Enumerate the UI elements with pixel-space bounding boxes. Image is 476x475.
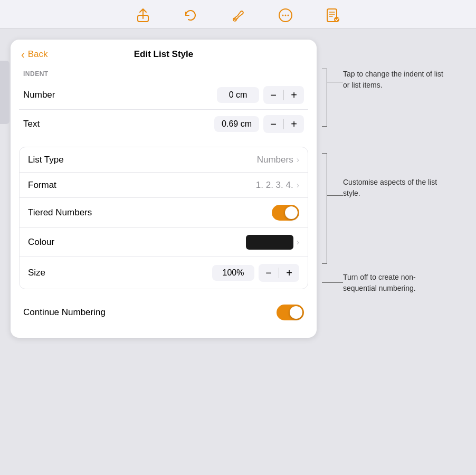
- indent-rows: Number 0 cm − + Text 0.69 cm: [11, 81, 317, 138]
- customise-annotation-text: Customise aspects of the list style.: [343, 178, 437, 197]
- customise-bracket: [322, 153, 327, 264]
- number-decrement-button[interactable]: −: [263, 86, 283, 104]
- continue-numbering-label: Continue Numbering: [23, 307, 106, 318]
- panel-header: ‹ Back Edit List Style: [11, 40, 317, 65]
- toolbar: [0, 0, 476, 29]
- continue-numbering-toggle[interactable]: [277, 305, 304, 320]
- format-value-group: 1. 2. 3. 4. ›: [256, 180, 299, 191]
- number-indent-row: Number 0 cm − +: [19, 81, 308, 110]
- format-value: 1. 2. 3. 4.: [256, 180, 293, 191]
- text-label: Text: [23, 119, 40, 129]
- back-button[interactable]: ‹ Back: [21, 49, 47, 61]
- number-increment-button[interactable]: +: [284, 86, 304, 104]
- number-controls: 0 cm − +: [217, 86, 304, 104]
- colour-row[interactable]: Colour ›: [20, 228, 308, 257]
- tiered-numbers-toggle-thumb: [285, 206, 298, 219]
- list-type-label: List Type: [28, 155, 64, 165]
- continue-annotation-text: Turn off to create non-sequential number…: [343, 273, 416, 292]
- size-row: Size 100% − +: [20, 257, 308, 289]
- customise-bracket-line: [327, 195, 343, 196]
- number-label: Number: [23, 90, 55, 100]
- edit-list-style-panel: ‹ Back Edit List Style INDENT Number 0 c…: [11, 40, 317, 338]
- list-type-chevron-icon: ›: [297, 155, 299, 165]
- undo-icon[interactable]: [183, 7, 198, 23]
- indent-annotation-text: Tap to change the indent of list or list…: [343, 70, 443, 89]
- text-controls: 0.69 cm − +: [214, 115, 304, 133]
- continue-numbering-row: Continue Numbering: [11, 298, 317, 327]
- format-label: Format: [28, 180, 56, 191]
- tiered-numbers-toggle[interactable]: [272, 205, 299, 221]
- customise-annotation: Customise aspects of the list style.: [343, 177, 443, 199]
- indent-section-label: INDENT: [11, 65, 317, 81]
- panel-title: Edit List Style: [134, 49, 193, 60]
- more-icon[interactable]: [278, 7, 293, 23]
- svg-point-4: [285, 15, 287, 16]
- colour-value-group: ›: [246, 235, 299, 250]
- text-decrement-button[interactable]: −: [263, 115, 283, 133]
- text-stepper: − +: [263, 115, 304, 133]
- number-value: 0 cm: [217, 87, 259, 103]
- tiered-numbers-toggle-track: [272, 205, 299, 221]
- list-type-value: Numbers: [257, 155, 293, 165]
- size-label: Size: [28, 268, 45, 278]
- format-row[interactable]: Format 1. 2. 3. 4. ›: [20, 173, 308, 198]
- settings-card: List Type Numbers › Format 1. 2. 3. 4. ›…: [19, 147, 308, 289]
- back-chevron-icon: ‹: [21, 49, 25, 61]
- svg-point-7: [334, 17, 339, 22]
- size-value: 100%: [212, 265, 254, 281]
- continue-numbering-toggle-track: [277, 305, 304, 320]
- svg-point-3: [282, 15, 284, 16]
- list-type-value-group: Numbers ›: [257, 155, 299, 165]
- text-value: 0.69 cm: [214, 116, 259, 132]
- share-icon[interactable]: [135, 7, 151, 23]
- continue-annotation-line: [322, 282, 343, 283]
- indent-bracket: [322, 69, 327, 127]
- indent-section: INDENT Number 0 cm − +: [11, 65, 317, 138]
- colour-chevron-icon: ›: [297, 238, 299, 247]
- left-strip: [0, 61, 9, 124]
- tiered-numbers-row: Tiered Numbers: [20, 198, 308, 228]
- colour-label: Colour: [28, 237, 54, 248]
- continue-annotation: Turn off to create non-sequential number…: [343, 272, 449, 294]
- paintbrush-icon[interactable]: [230, 7, 246, 23]
- text-indent-row: Text 0.69 cm − +: [19, 110, 308, 138]
- format-chevron-icon: ›: [297, 180, 299, 190]
- size-increment-button[interactable]: +: [279, 264, 299, 282]
- size-decrement-button[interactable]: −: [259, 264, 279, 282]
- text-increment-button[interactable]: +: [284, 115, 304, 133]
- indent-bracket-line: [327, 82, 343, 82]
- continue-numbering-toggle-thumb: [290, 306, 302, 319]
- svg-point-5: [288, 15, 289, 16]
- list-type-row[interactable]: List Type Numbers ›: [20, 147, 308, 173]
- indent-annotation: Tap to change the indent of list or list…: [343, 69, 443, 91]
- annotations-panel: Tap to change the indent of list or list…: [322, 40, 459, 338]
- tiered-numbers-label: Tiered Numbers: [28, 207, 92, 218]
- size-controls: 100% − +: [212, 264, 299, 282]
- document-review-icon[interactable]: [325, 7, 341, 23]
- number-stepper: − +: [263, 86, 304, 104]
- size-stepper: − +: [259, 264, 299, 282]
- colour-swatch: [246, 235, 293, 250]
- back-label: Back: [28, 49, 48, 60]
